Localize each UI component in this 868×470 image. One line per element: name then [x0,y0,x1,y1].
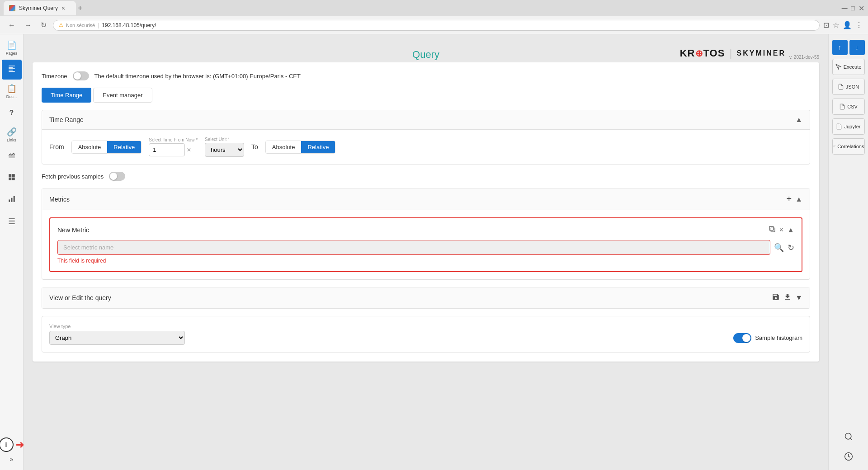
sidebar-item-pages[interactable]: 📄 Pages [2,38,22,58]
svg-rect-1 [12,174,14,177]
browser-icons: ⊡ ☆ 👤 ⋮ [823,21,863,29]
profile-icon[interactable]: 👤 [843,21,852,29]
fetch-label: Fetch previous samples [42,173,104,180]
new-tab-button[interactable]: + [78,4,83,13]
csv-button[interactable]: CSV [832,99,865,115]
query-title: View or Edit the query [49,294,111,301]
time-from-input[interactable] [149,143,185,156]
history-button[interactable] [840,448,857,465]
metrics-header-right: + ▲ [786,194,802,204]
cast-icon[interactable]: ⊡ [823,21,829,29]
fetch-toggle[interactable] [109,172,125,181]
info-button[interactable]: i [0,437,14,452]
query-save-button[interactable] [772,293,780,303]
tab-bar: Skyminer Query × + ─ □ ✕ [0,0,868,16]
metric-actions: × ▲ [769,226,794,235]
metric-collapse-button[interactable]: ▲ [787,226,794,235]
metric-name-select[interactable]: Select metric name [57,240,770,255]
svg-point-9 [845,433,851,439]
add-metric-button[interactable]: + [786,194,792,204]
query-actions: ▼ [772,293,802,303]
jupyter-button[interactable]: Jupyter [832,118,865,135]
sidebar-item-doc[interactable]: 📋 Doc... [2,81,22,101]
metric-copy-button[interactable] [769,226,776,235]
svg-line-10 [850,438,852,440]
maximize-icon[interactable]: □ [851,5,855,12]
back-button[interactable]: ← [5,19,18,31]
address-bar[interactable]: ⚠ Non sécurisé | 192.168.48.105/query/ [53,20,820,31]
execute-label: Execute [844,64,862,70]
time-unit-label: Select Unit * [205,137,244,142]
to-absolute-button[interactable]: Absolute [266,141,302,153]
tab-close-icon[interactable]: × [61,5,65,12]
query-upload-button[interactable] [783,293,792,303]
sidebar-item-help[interactable]: ? [2,103,22,123]
pages-label: Pages [6,51,18,56]
svg-rect-5 [11,197,12,202]
absolute-button[interactable]: Absolute [72,141,108,153]
sidebar-item-links[interactable]: 🔗 Links [2,125,22,145]
query-collapse-button[interactable]: ▼ [795,293,802,303]
arrow-indicator: ➜ [15,438,24,451]
sidebar-item-analytics[interactable] [2,146,22,166]
minimize-icon[interactable]: ─ [842,4,848,13]
from-label: From [49,143,64,150]
nav-bar: ← → ↻ ⚠ Non sécurisé | 192.168.48.105/qu… [0,16,868,34]
pages-icon: 📄 [7,40,17,50]
timezone-description: The default timezone used by the browser… [94,73,301,80]
address-separator: | [98,22,99,28]
main-content: Query KR⊕TOS | SKYMINER v. 2021-dev-55 [24,34,828,470]
to-relative-button[interactable]: Relative [301,141,335,153]
forward-button[interactable]: → [22,19,34,31]
metric-close-button[interactable]: × [779,226,783,235]
fetch-toggle-knob [110,173,117,180]
bookmark-icon[interactable]: ☆ [833,21,839,29]
window-close-icon[interactable]: ✕ [859,4,864,13]
time-unit-select[interactable]: hours seconds minutes days weeks months [205,143,244,157]
timezone-toggle-knob [74,72,81,80]
time-clear-button[interactable]: × [187,146,191,154]
metric-search-button[interactable]: 🔍 [774,243,784,253]
from-type-group: Absolute Relative [71,141,142,154]
to-type-group: Absolute Relative [265,141,336,154]
scroll-down-button[interactable]: ↓ [849,40,865,55]
sidebar-item-query[interactable] [2,60,22,80]
metrics-section: Metrics + ▲ New Metric [42,188,810,280]
correlations-button[interactable]: Correlations [832,138,865,155]
metric-card-header: New Metric × ▲ [57,226,794,235]
sidebar-item-list[interactable]: ☰ [2,212,22,231]
histogram-toggle[interactable] [733,333,751,343]
svg-rect-7 [771,228,775,232]
expand-button[interactable]: » [10,456,14,463]
svg-rect-4 [9,199,10,202]
brand-version: v. 2021-dev-55 [789,55,819,60]
refresh-button[interactable]: ↻ [38,19,49,31]
browser-tab[interactable]: Skyminer Query × [4,1,76,15]
sidebar-item-reports[interactable] [2,190,22,210]
right-bar-bottom [840,428,857,465]
tab-time-range[interactable]: Time Range [42,88,91,103]
address-lock: ⚠ [59,22,63,28]
time-unit-group: Select Unit * hours seconds minutes days… [205,137,244,157]
menu-icon[interactable]: ⋮ [855,21,863,29]
search-icon-button[interactable] [840,428,857,445]
svg-rect-8 [769,226,774,230]
timezone-toggle[interactable] [73,71,89,80]
time-range-body: From Absolute Relative Select Time From … [42,130,810,164]
scroll-up-button[interactable]: ↑ [832,40,848,55]
time-range-collapse-button[interactable]: ▲ [795,116,802,124]
tab-event-manager[interactable]: Event manager [93,88,152,103]
time-range-section-header: Time Range ▲ [42,110,810,130]
fetch-previous-row: Fetch previous samples [42,172,810,181]
links-icon: 🔗 [7,127,17,137]
sidebar-item-dashboard[interactable] [2,168,22,188]
metrics-collapse-button[interactable]: ▲ [795,195,802,203]
metric-refresh-button[interactable]: ↻ [788,243,794,253]
query-icon [8,65,16,75]
json-button[interactable]: JSON [832,79,865,95]
view-tabs: Time Range Event manager [42,88,810,103]
execute-button[interactable]: Execute [832,59,865,75]
relative-button[interactable]: Relative [107,141,141,153]
view-type-select[interactable]: Graph Table Raw [49,331,185,345]
list-icon: ☰ [8,216,15,226]
